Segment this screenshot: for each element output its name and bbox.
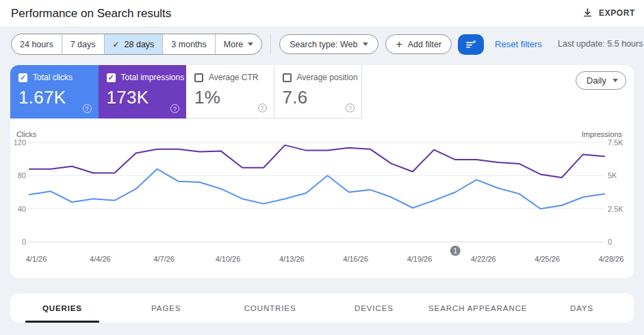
export-label: EXPORT [599,8,635,18]
filter-lines-icon [465,39,477,50]
chevron-down-icon [248,42,253,46]
search-type-filter[interactable]: Search type: Web [279,34,378,54]
date-range-more[interactable]: More [215,34,261,54]
x-axis-date-label: 4/16/26 [343,255,368,263]
total-impressions-line [29,145,604,177]
date-range-24-hours[interactable]: 24 hours [12,34,62,54]
x-axis-date-label: 4/22/26 [471,255,496,263]
last-update-label: Last update: 5.5 hours ago [558,39,644,49]
date-range-label: 24 hours [20,40,53,49]
add-filter-button[interactable]: + Add filter [385,34,452,54]
total-clicks-line [29,169,604,209]
date-range-group: 24 hours7 days✓28 days3 monthsMore [11,34,262,55]
download-icon [582,8,593,18]
page-title: Performance on Search results [11,7,171,21]
left-axis-tick: 0 [10,238,26,246]
x-axis-date-label: 4/1/26 [26,255,47,263]
x-axis-date-label: 4/4/26 [90,255,111,263]
tab-countries[interactable]: COUNTRIES [218,293,322,323]
x-axis-date-label: 4/7/26 [153,255,175,263]
check-icon: ✓ [113,40,120,49]
date-range-label: 28 days [125,40,155,49]
x-axis-date-label: 4/13/26 [279,255,305,263]
x-axis-date-label: 4/10/26 [216,255,241,263]
tab-pages[interactable]: PAGES [114,293,218,323]
right-axis-tick: 5K [608,171,617,179]
right-axis-tick: 7.5K [608,138,623,147]
reset-filters-link[interactable]: Reset filters [495,39,542,49]
search-type-label: Search type: Web [289,40,357,49]
date-range-3-months[interactable]: 3 months [162,34,214,54]
left-axis-tick: 40 [10,205,26,213]
chevron-down-icon [363,42,368,46]
date-range-28-days[interactable]: ✓28 days [104,34,163,54]
performance-chart: 1 [10,65,634,278]
date-range-label: More [224,40,243,49]
annotation-label: 1 [453,247,457,255]
filter-bar: 24 hours7 days✓28 days3 monthsMore Searc… [11,34,644,55]
tab-devices[interactable]: DEVICES [322,293,426,323]
plus-icon: + [396,39,402,50]
page-header: Performance on Search results EXPORT [0,0,644,27]
add-filter-label: Add filter [408,40,441,49]
right-axis-tick: 2.5K [608,205,623,213]
dimension-tabs: QUERIESPAGESCOUNTRIESDEVICESSEARCH APPEA… [10,293,634,323]
tab-search-appearance[interactable]: SEARCH APPEARANCE [426,293,530,323]
export-button[interactable]: EXPORT [577,5,641,21]
x-axis-date-label: 4/28/26 [599,255,624,263]
x-axis-date-label: 4/19/26 [407,255,433,263]
date-range-7-days[interactable]: 7 days [62,34,104,54]
left-axis-tick: 120 [10,138,26,147]
filter-settings-button[interactable] [458,34,484,55]
date-range-label: 3 months [171,40,206,49]
chart-card: ✓ Total clicks 1.67K ? ✓ Total impressio… [10,65,634,278]
left-axis-tick: 80 [10,171,26,179]
right-axis-tick: 0 [608,238,612,246]
tab-queries[interactable]: QUERIES [10,293,114,323]
x-axis-date-label: 4/25/26 [534,255,560,263]
filter-divider [270,35,271,54]
date-range-label: 7 days [70,40,96,49]
tab-days[interactable]: DAYS [530,293,634,323]
